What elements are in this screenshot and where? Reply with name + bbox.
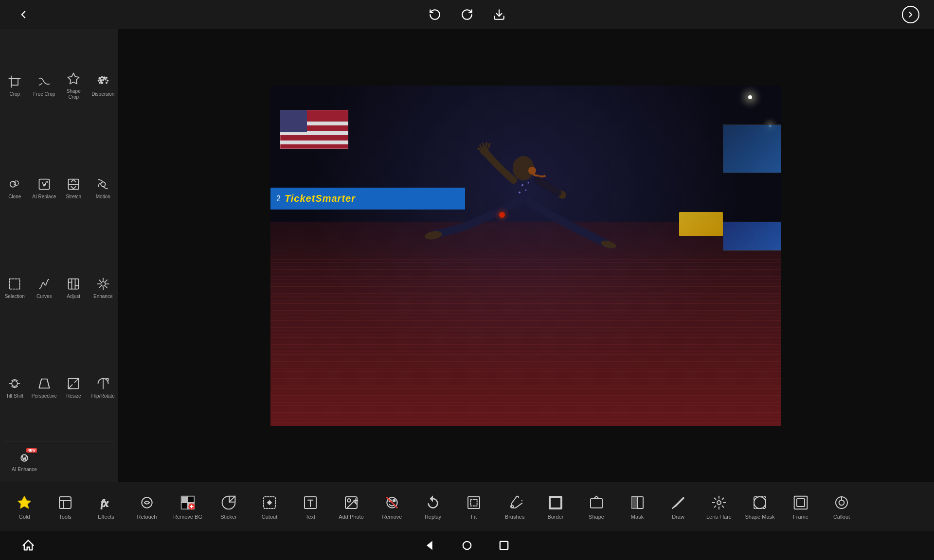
svg-rect-114 [500, 542, 508, 549]
bg-screen-2 [723, 222, 781, 251]
bottom-tool-retouch[interactable]: Retouch [127, 490, 166, 524]
draw-icon [669, 494, 687, 511]
bottom-tool-text[interactable]: Text [291, 490, 330, 524]
bg-screen [723, 124, 781, 173]
crop-icon [7, 74, 22, 89]
bottom-tool-remove[interactable]: Remove [373, 490, 412, 524]
back-button[interactable] [15, 6, 32, 23]
svg-point-59 [521, 184, 523, 186]
redo-button[interactable] [458, 6, 476, 23]
mask-label: Mask [631, 514, 644, 520]
bottom-tool-shape-mask[interactable]: Shape Mask [740, 490, 779, 524]
bottom-tool-callout[interactable]: Callout [822, 490, 861, 524]
svg-line-44 [75, 378, 79, 382]
effects-label: Effects [98, 514, 114, 520]
tool-flip-rotate[interactable]: Flip/Rotate [89, 337, 118, 437]
tool-ai-enhance[interactable]: NEW AI Enhance [8, 445, 41, 476]
canvas-area[interactable]: 2 TicketSmarter [118, 29, 934, 482]
free-crop-icon [36, 74, 52, 89]
bottom-tool-border[interactable]: Border [536, 490, 575, 524]
svg-text:fx: fx [101, 497, 108, 509]
bottom-tool-mask[interactable]: Mask [618, 490, 657, 524]
bottom-tool-cutout[interactable]: Cutout [250, 490, 289, 524]
svg-line-102 [715, 506, 716, 507]
bottom-tool-effects[interactable]: fx Effects [87, 490, 126, 524]
home-button[interactable] [19, 537, 37, 554]
svg-line-36 [106, 280, 107, 281]
selection-icon [7, 276, 22, 292]
tool-resize[interactable]: Resize [59, 337, 89, 437]
tool-selection[interactable]: Selection [0, 238, 30, 338]
replay-label: Replay [425, 514, 441, 520]
enhance-label: Enhance [93, 294, 112, 299]
shape-label: Shape [589, 514, 604, 520]
svg-point-16 [14, 181, 18, 185]
tool-curves[interactable]: Curves [30, 238, 59, 338]
bottom-tool-shape[interactable]: Shape [577, 490, 616, 524]
svg-rect-92 [631, 497, 637, 508]
crop-label: Crop [9, 91, 20, 97]
tool-tilt-shift[interactable]: Tilt Shift [0, 337, 30, 437]
svg-rect-68 [181, 496, 188, 502]
tool-shape-crop[interactable]: Shape Crop [59, 33, 89, 139]
add-photo-icon [342, 494, 360, 511]
stadium-light-1 [748, 95, 752, 99]
tool-free-crop[interactable]: Free Crop [30, 33, 59, 139]
tool-clone[interactable]: Clone [0, 139, 30, 238]
curves-label: Curves [36, 294, 52, 299]
bottom-tool-draw[interactable]: Draw [659, 490, 698, 524]
tool-perspective[interactable]: Perspective [30, 337, 59, 437]
resize-icon [66, 376, 81, 391]
flag-blue-canton [280, 110, 307, 132]
bottom-tool-brushes[interactable]: Brushes [495, 490, 534, 524]
top-bar [0, 0, 934, 29]
cutout-icon [261, 494, 278, 511]
forward-button[interactable] [902, 6, 919, 23]
tool-stretch[interactable]: Stretch [59, 139, 89, 238]
text-label: Text [305, 514, 315, 520]
bottom-tool-frame[interactable]: Frame [781, 490, 820, 524]
bottom-tool-add-photo[interactable]: Add Photo [332, 490, 371, 524]
tool-enhance[interactable]: Enhance [89, 238, 118, 338]
bottom-tool-lens-flare[interactable]: Lens Flare [700, 490, 738, 524]
svg-line-103 [722, 498, 724, 499]
enhance-icon [95, 276, 111, 292]
bottom-tool-fit[interactable]: Fit [454, 490, 493, 524]
download-button[interactable] [490, 6, 508, 23]
fit-icon [465, 494, 483, 511]
svg-line-100 [715, 498, 716, 499]
svg-point-11 [99, 83, 100, 84]
stretch-icon [66, 176, 81, 192]
svg-point-13 [107, 80, 108, 81]
tool-adjust[interactable]: Adjust [59, 238, 89, 338]
nav-back-button[interactable] [421, 537, 439, 554]
bottom-tool-remove-bg[interactable]: Remove BG [168, 490, 207, 524]
tool-crop[interactable]: Crop [0, 33, 30, 139]
bottom-tool-gold[interactable]: Gold [5, 490, 44, 524]
svg-line-35 [99, 286, 101, 288]
nav-recent-button[interactable] [495, 537, 513, 554]
tool-ai-replace[interactable]: AI Replace [30, 139, 59, 238]
remove-icon [383, 494, 401, 511]
remove-label: Remove [382, 514, 402, 520]
bottom-tool-sticker[interactable]: Sticker [209, 490, 248, 524]
replay-icon [424, 494, 442, 511]
tool-dispersion[interactable]: Dispersion [89, 33, 118, 139]
selection-label: Selection [5, 294, 25, 299]
shape-crop-icon [66, 71, 81, 87]
ticker-text: TicketSmarter [285, 193, 356, 204]
svg-line-55 [478, 148, 481, 151]
bottom-toolbar: Gold Tools fx Effects Retouch [0, 482, 934, 531]
photo-container: 2 TicketSmarter [270, 86, 781, 426]
svg-point-14 [106, 83, 107, 84]
svg-line-33 [99, 280, 101, 281]
nav-home-button[interactable] [458, 537, 476, 554]
flag-area [280, 110, 348, 149]
bottom-tool-replay[interactable]: Replay [413, 490, 452, 524]
svg-rect-90 [591, 499, 602, 508]
svg-point-10 [106, 77, 107, 78]
tool-motion[interactable]: Motion [89, 139, 118, 238]
stretch-label: Stretch [66, 194, 81, 200]
bottom-tool-tools[interactable]: Tools [46, 490, 85, 524]
undo-button[interactable] [426, 6, 444, 23]
